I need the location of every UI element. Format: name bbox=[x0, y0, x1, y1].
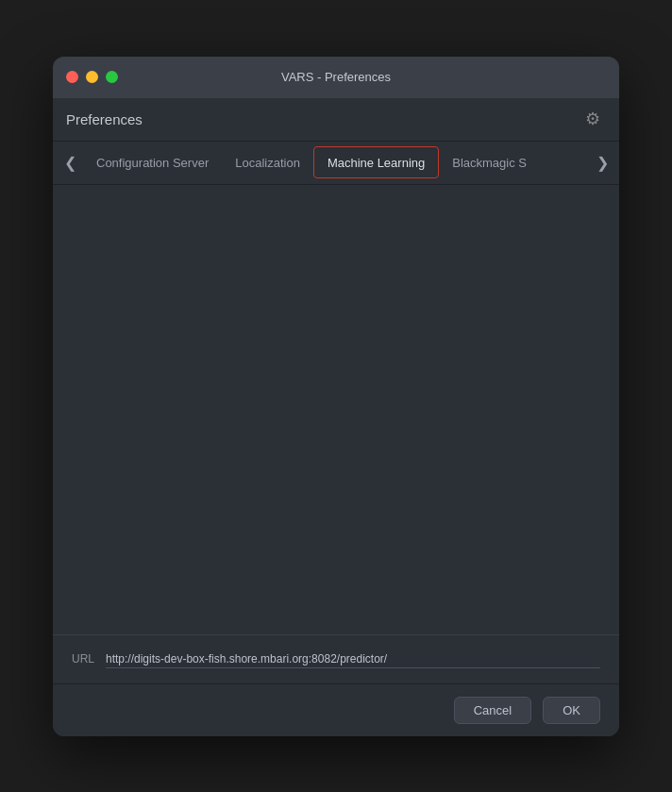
close-button[interactable] bbox=[66, 71, 78, 83]
tab-machine-learning[interactable]: Machine Learning bbox=[313, 146, 439, 178]
tab-localization[interactable]: Localization bbox=[222, 146, 313, 178]
window-title: VARS - Preferences bbox=[281, 70, 391, 84]
tab-configuration-server[interactable]: Configuration Server bbox=[83, 146, 222, 178]
tab-next-button[interactable]: ❯ bbox=[589, 149, 615, 176]
title-bar: VARS - Preferences bbox=[53, 57, 619, 98]
minimize-button[interactable] bbox=[86, 71, 98, 83]
tabs-bar: ❮ Configuration Server Localization Mach… bbox=[53, 142, 619, 185]
gear-icon[interactable]: ⚙ bbox=[580, 106, 606, 132]
url-label: URL bbox=[72, 652, 94, 666]
cancel-button[interactable]: Cancel bbox=[454, 697, 531, 724]
preferences-window: VARS - Preferences Preferences ⚙ ❮ Confi… bbox=[53, 57, 619, 736]
content-area: URL bbox=[53, 185, 619, 683]
traffic-lights bbox=[66, 71, 118, 83]
url-input[interactable] bbox=[106, 650, 600, 668]
tabs-list: Configuration Server Localization Machin… bbox=[83, 146, 589, 178]
footer: Cancel OK bbox=[53, 683, 619, 736]
tab-blackmagic[interactable]: Blackmagic S bbox=[439, 146, 540, 178]
maximize-button[interactable] bbox=[106, 71, 118, 83]
header: Preferences ⚙ bbox=[53, 98, 619, 142]
ok-button[interactable]: OK bbox=[543, 697, 600, 724]
tab-prev-button[interactable]: ❮ bbox=[57, 149, 83, 176]
url-row: URL bbox=[53, 634, 619, 683]
page-title: Preferences bbox=[66, 111, 143, 127]
